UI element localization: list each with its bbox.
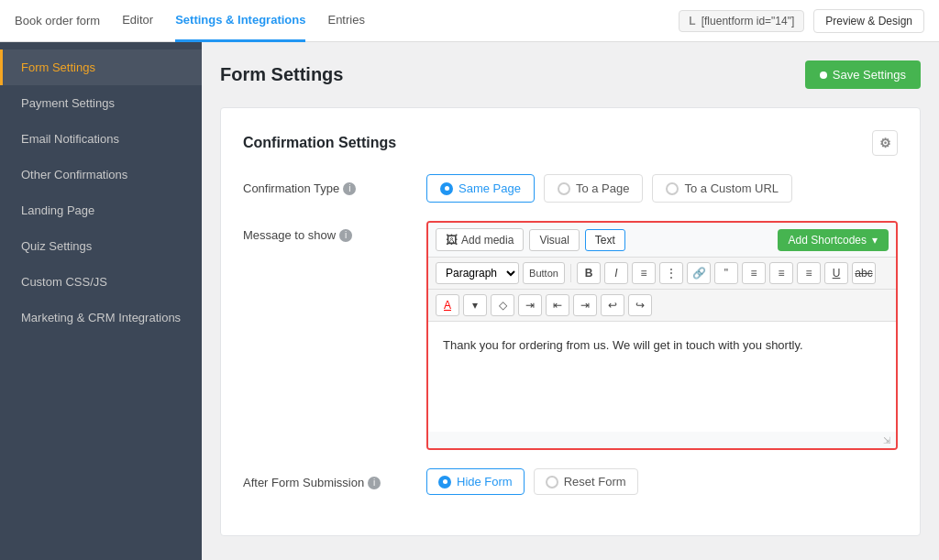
paragraph-select[interactable]: Paragraph: [436, 262, 519, 284]
after-submission-options: Hide Form Reset Form: [426, 468, 898, 495]
unordered-list-button[interactable]: ≡: [632, 262, 656, 284]
sidebar-item-landing-page[interactable]: Landing Page: [0, 192, 202, 228]
confirmation-type-label: Confirmation Type i: [243, 174, 408, 195]
radio-dot-custom-url: [666, 182, 679, 195]
radio-same-page-label: Same Page: [458, 181, 521, 195]
radio-dot-same-page: [440, 182, 453, 195]
italic-button[interactable]: I: [604, 262, 628, 284]
sidebar-item-custom-css-js[interactable]: Custom CSS/JS: [0, 264, 202, 300]
shortcode-badge[interactable]: L [fluentform id="14"]: [679, 10, 804, 32]
sidebar-item-marketing-crm[interactable]: Marketing & CRM Integrations: [0, 300, 202, 335]
message-info-icon[interactable]: i: [339, 229, 352, 242]
sidebar-item-email-notifications[interactable]: Email Notifications: [0, 121, 202, 157]
editor-footer: ⇲: [428, 432, 896, 448]
strikethrough-button[interactable]: abc: [852, 262, 876, 284]
align-left-button[interactable]: ≡: [742, 262, 766, 284]
page-title: Form Settings: [220, 64, 343, 85]
align-justify-button[interactable]: ⇥: [573, 294, 597, 316]
nav-settings[interactable]: Settings & Integrations: [175, 0, 305, 42]
layout: Form Settings Payment Settings Email Not…: [0, 42, 939, 560]
radio-dot-hide-form: [438, 476, 451, 489]
nav-entries[interactable]: Entries: [327, 0, 364, 42]
shortcode-value: [fluentform id="14"]: [701, 15, 795, 27]
save-dot-icon: [820, 71, 827, 79]
card-title-row: Confirmation Settings ⚙: [243, 130, 898, 156]
editor-container: 🖼 Add media Visual Text Add Shortcodes ▾: [426, 221, 898, 450]
editor-content-area[interactable]: Thank you for ordering from us. We will …: [428, 322, 896, 432]
radio-to-custom-url-label: To a Custom URL: [684, 181, 779, 195]
eraser-button[interactable]: ◇: [491, 294, 514, 316]
add-media-icon: 🖼: [446, 233, 458, 247]
editor-wrapper: 🖼 Add media Visual Text Add Shortcodes ▾: [426, 221, 898, 450]
text-tab-button[interactable]: Text: [585, 229, 625, 251]
radio-to-custom-url[interactable]: To a Custom URL: [652, 174, 792, 203]
page-header: Form Settings Save Settings: [220, 60, 921, 89]
top-nav: Editor Settings & Integrations Entries: [122, 0, 657, 42]
confirmation-type-info-icon[interactable]: i: [343, 182, 356, 195]
toolbar-separator-1: [570, 264, 571, 282]
bold-button[interactable]: B: [577, 262, 601, 284]
outdent-button[interactable]: ⇤: [546, 294, 569, 316]
add-shortcodes-button[interactable]: Add Shortcodes ▾: [778, 229, 889, 251]
confirmation-type-row: Confirmation Type i Same Page To a Page …: [243, 174, 898, 203]
underline-button[interactable]: U: [824, 262, 848, 284]
font-color-button[interactable]: A: [436, 294, 459, 316]
radio-dot-reset-form: [546, 476, 558, 489]
sidebar-item-form-settings[interactable]: Form Settings: [0, 49, 202, 85]
align-center-button[interactable]: ≡: [769, 262, 793, 284]
redo-button[interactable]: ↪: [628, 294, 652, 316]
save-settings-button[interactable]: Save Settings: [805, 60, 921, 89]
sidebar: Form Settings Payment Settings Email Not…: [0, 42, 202, 560]
gear-icon[interactable]: ⚙: [872, 130, 898, 156]
align-right-button[interactable]: ≡: [797, 262, 821, 284]
after-submission-info-icon[interactable]: i: [368, 477, 381, 489]
editor-format-toolbar-2: A ▾ ◇ ⇥ ⇤ ⇥ ↩ ↪: [428, 290, 896, 322]
shortcode-icon: L: [689, 15, 695, 27]
editor-toolbar-left: 🖼 Add media Visual Text: [436, 228, 625, 251]
editor-toolbar-top: 🖼 Add media Visual Text Add Shortcodes ▾: [428, 223, 896, 258]
nav-editor[interactable]: Editor: [122, 0, 153, 42]
radio-hide-form-label: Hide Form: [457, 475, 513, 489]
link-button[interactable]: 🔗: [687, 262, 711, 284]
ordered-list-button[interactable]: ⋮: [659, 262, 683, 284]
message-label: Message to show i: [243, 221, 408, 242]
radio-dot-to-a-page: [558, 182, 570, 195]
indent-button[interactable]: ⇥: [518, 294, 542, 316]
add-media-label: Add media: [461, 234, 514, 247]
resize-handle-icon: ⇲: [883, 435, 892, 445]
sidebar-item-payment-settings[interactable]: Payment Settings: [0, 85, 202, 121]
confirmation-settings-card: Confirmation Settings ⚙ Confirmation Typ…: [220, 107, 921, 536]
button-format-btn[interactable]: Button: [523, 262, 565, 284]
save-label: Save Settings: [833, 68, 906, 82]
main-content: Form Settings Save Settings Confirmation…: [202, 42, 939, 560]
add-media-button[interactable]: 🖼 Add media: [436, 228, 524, 251]
blockquote-button[interactable]: ": [714, 262, 738, 284]
editor-format-toolbar-1: Paragraph Button B I ≡ ⋮ 🔗 " ≡ ≡: [428, 258, 896, 290]
after-form-submission-row: After Form Submission i Hide Form Reset …: [243, 468, 898, 495]
chevron-down-icon: ▾: [872, 234, 878, 247]
after-submission-label: After Form Submission i: [243, 468, 408, 489]
radio-same-page[interactable]: Same Page: [426, 174, 535, 203]
top-bar-right: L [fluentform id="14"] Preview & Design: [679, 9, 924, 33]
radio-reset-form[interactable]: Reset Form: [534, 468, 638, 495]
preview-design-button[interactable]: Preview & Design: [813, 9, 924, 33]
brand-label: Book order form: [15, 14, 100, 27]
editor-text: Thank you for ordering from us. We will …: [443, 336, 881, 356]
radio-to-a-page[interactable]: To a Page: [544, 174, 644, 203]
sidebar-item-other-confirmations[interactable]: Other Confirmations: [0, 157, 202, 192]
sidebar-item-quiz-settings[interactable]: Quiz Settings: [0, 228, 202, 264]
radio-to-a-page-label: To a Page: [576, 181, 630, 195]
dropdown-arrow-btn[interactable]: ▾: [463, 294, 487, 316]
message-to-show-row: Message to show i 🖼 Add media Vis: [243, 221, 898, 450]
confirmation-type-options: Same Page To a Page To a Custom URL: [426, 174, 898, 203]
top-bar: Book order form Editor Settings & Integr…: [0, 0, 939, 42]
radio-hide-form[interactable]: Hide Form: [426, 468, 525, 495]
card-title-text: Confirmation Settings: [243, 135, 396, 151]
undo-button[interactable]: ↩: [601, 294, 624, 316]
radio-reset-form-label: Reset Form: [564, 475, 626, 489]
add-shortcodes-label: Add Shortcodes: [789, 234, 867, 247]
visual-tab-button[interactable]: Visual: [529, 229, 579, 251]
